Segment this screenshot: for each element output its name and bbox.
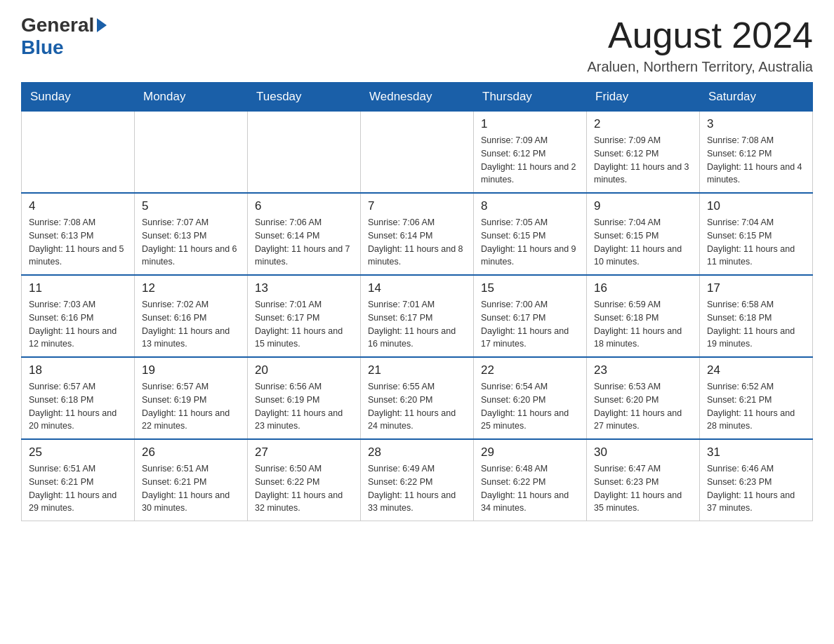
day-number: 4 xyxy=(29,199,127,213)
day-info: Sunrise: 7:02 AMSunset: 6:16 PMDaylight:… xyxy=(142,298,240,351)
day-info: Sunrise: 7:01 AMSunset: 6:17 PMDaylight:… xyxy=(368,298,466,351)
calendar-cell: 9Sunrise: 7:04 AMSunset: 6:15 PMDaylight… xyxy=(587,193,700,275)
calendar-cell: 30Sunrise: 6:47 AMSunset: 6:23 PMDayligh… xyxy=(587,439,700,521)
calendar-cell: 24Sunrise: 6:52 AMSunset: 6:21 PMDayligh… xyxy=(700,357,813,439)
calendar-cell: 25Sunrise: 6:51 AMSunset: 6:21 PMDayligh… xyxy=(22,439,135,521)
day-info: Sunrise: 7:03 AMSunset: 6:16 PMDaylight:… xyxy=(29,298,127,351)
day-info: Sunrise: 7:06 AMSunset: 6:14 PMDaylight:… xyxy=(368,216,466,269)
calendar-cell: 1Sunrise: 7:09 AMSunset: 6:12 PMDaylight… xyxy=(474,112,587,194)
calendar-cell: 28Sunrise: 6:49 AMSunset: 6:22 PMDayligh… xyxy=(361,439,474,521)
calendar-cell: 7Sunrise: 7:06 AMSunset: 6:14 PMDaylight… xyxy=(361,193,474,275)
day-number: 23 xyxy=(594,363,692,377)
week-row-4: 18Sunrise: 6:57 AMSunset: 6:18 PMDayligh… xyxy=(22,357,813,439)
day-info: Sunrise: 6:58 AMSunset: 6:18 PMDaylight:… xyxy=(707,298,805,351)
day-number: 25 xyxy=(29,445,127,459)
calendar-title: August 2024 xyxy=(587,14,813,56)
calendar-cell: 10Sunrise: 7:04 AMSunset: 6:15 PMDayligh… xyxy=(700,193,813,275)
calendar-cell: 16Sunrise: 6:59 AMSunset: 6:18 PMDayligh… xyxy=(587,275,700,357)
day-number: 6 xyxy=(255,199,353,213)
day-number: 11 xyxy=(29,281,127,295)
calendar-cell: 15Sunrise: 7:00 AMSunset: 6:17 PMDayligh… xyxy=(474,275,587,357)
calendar-cell xyxy=(22,112,135,194)
day-info: Sunrise: 6:57 AMSunset: 6:18 PMDaylight:… xyxy=(29,380,127,433)
day-number: 12 xyxy=(142,281,240,295)
title-section: August 2024 Araluen, Northern Territory,… xyxy=(587,14,813,75)
day-number: 30 xyxy=(594,445,692,459)
day-number: 18 xyxy=(29,363,127,377)
logo-arrow-icon xyxy=(97,18,107,32)
week-row-2: 4Sunrise: 7:08 AMSunset: 6:13 PMDaylight… xyxy=(22,193,813,275)
day-info: Sunrise: 7:07 AMSunset: 6:13 PMDaylight:… xyxy=(142,216,240,269)
logo-blue-text: Blue xyxy=(21,36,64,59)
day-info: Sunrise: 6:56 AMSunset: 6:19 PMDaylight:… xyxy=(255,380,353,433)
day-number: 8 xyxy=(481,199,579,213)
col-header-monday: Monday xyxy=(135,83,248,112)
calendar-cell xyxy=(135,112,248,194)
day-number: 21 xyxy=(368,363,466,377)
day-info: Sunrise: 6:52 AMSunset: 6:21 PMDaylight:… xyxy=(707,380,805,433)
page-header: General Blue August 2024 Araluen, Northe… xyxy=(21,14,813,75)
day-number: 9 xyxy=(594,199,692,213)
calendar-cell: 11Sunrise: 7:03 AMSunset: 6:16 PMDayligh… xyxy=(22,275,135,357)
day-info: Sunrise: 6:57 AMSunset: 6:19 PMDaylight:… xyxy=(142,380,240,433)
calendar-cell: 27Sunrise: 6:50 AMSunset: 6:22 PMDayligh… xyxy=(248,439,361,521)
week-row-3: 11Sunrise: 7:03 AMSunset: 6:16 PMDayligh… xyxy=(22,275,813,357)
day-info: Sunrise: 7:04 AMSunset: 6:15 PMDaylight:… xyxy=(594,216,692,269)
day-number: 5 xyxy=(142,199,240,213)
day-number: 13 xyxy=(255,281,353,295)
logo-general-text: General xyxy=(21,14,94,36)
col-header-tuesday: Tuesday xyxy=(248,83,361,112)
calendar-cell: 22Sunrise: 6:54 AMSunset: 6:20 PMDayligh… xyxy=(474,357,587,439)
calendar-cell: 17Sunrise: 6:58 AMSunset: 6:18 PMDayligh… xyxy=(700,275,813,357)
day-number: 19 xyxy=(142,363,240,377)
day-number: 16 xyxy=(594,281,692,295)
day-info: Sunrise: 7:08 AMSunset: 6:12 PMDaylight:… xyxy=(707,134,805,187)
day-info: Sunrise: 7:05 AMSunset: 6:15 PMDaylight:… xyxy=(481,216,579,269)
day-number: 7 xyxy=(368,199,466,213)
day-number: 24 xyxy=(707,363,805,377)
day-number: 17 xyxy=(707,281,805,295)
day-info: Sunrise: 7:00 AMSunset: 6:17 PMDaylight:… xyxy=(481,298,579,351)
calendar-cell: 2Sunrise: 7:09 AMSunset: 6:12 PMDaylight… xyxy=(587,112,700,194)
day-number: 27 xyxy=(255,445,353,459)
calendar-table: SundayMondayTuesdayWednesdayThursdayFrid… xyxy=(21,82,813,521)
week-row-5: 25Sunrise: 6:51 AMSunset: 6:21 PMDayligh… xyxy=(22,439,813,521)
day-info: Sunrise: 6:51 AMSunset: 6:21 PMDaylight:… xyxy=(142,462,240,515)
logo: General Blue xyxy=(21,14,110,59)
calendar-cell: 5Sunrise: 7:07 AMSunset: 6:13 PMDaylight… xyxy=(135,193,248,275)
day-number: 22 xyxy=(481,363,579,377)
col-header-friday: Friday xyxy=(587,83,700,112)
day-number: 3 xyxy=(707,117,805,131)
calendar-cell: 14Sunrise: 7:01 AMSunset: 6:17 PMDayligh… xyxy=(361,275,474,357)
col-header-sunday: Sunday xyxy=(22,83,135,112)
calendar-cell: 29Sunrise: 6:48 AMSunset: 6:22 PMDayligh… xyxy=(474,439,587,521)
day-number: 15 xyxy=(481,281,579,295)
calendar-cell: 21Sunrise: 6:55 AMSunset: 6:20 PMDayligh… xyxy=(361,357,474,439)
day-info: Sunrise: 6:49 AMSunset: 6:22 PMDaylight:… xyxy=(368,462,466,515)
col-header-thursday: Thursday xyxy=(474,83,587,112)
calendar-cell: 31Sunrise: 6:46 AMSunset: 6:23 PMDayligh… xyxy=(700,439,813,521)
calendar-cell: 3Sunrise: 7:08 AMSunset: 6:12 PMDaylight… xyxy=(700,112,813,194)
header-row: SundayMondayTuesdayWednesdayThursdayFrid… xyxy=(22,83,813,112)
calendar-cell: 23Sunrise: 6:53 AMSunset: 6:20 PMDayligh… xyxy=(587,357,700,439)
calendar-subtitle: Araluen, Northern Territory, Australia xyxy=(587,59,813,75)
day-info: Sunrise: 7:09 AMSunset: 6:12 PMDaylight:… xyxy=(481,134,579,187)
calendar-cell: 12Sunrise: 7:02 AMSunset: 6:16 PMDayligh… xyxy=(135,275,248,357)
day-info: Sunrise: 6:51 AMSunset: 6:21 PMDaylight:… xyxy=(29,462,127,515)
day-number: 2 xyxy=(594,117,692,131)
day-info: Sunrise: 6:48 AMSunset: 6:22 PMDaylight:… xyxy=(481,462,579,515)
day-info: Sunrise: 7:06 AMSunset: 6:14 PMDaylight:… xyxy=(255,216,353,269)
day-info: Sunrise: 6:46 AMSunset: 6:23 PMDaylight:… xyxy=(707,462,805,515)
calendar-cell: 8Sunrise: 7:05 AMSunset: 6:15 PMDaylight… xyxy=(474,193,587,275)
day-number: 20 xyxy=(255,363,353,377)
day-number: 31 xyxy=(707,445,805,459)
calendar-cell: 26Sunrise: 6:51 AMSunset: 6:21 PMDayligh… xyxy=(135,439,248,521)
calendar-cell: 19Sunrise: 6:57 AMSunset: 6:19 PMDayligh… xyxy=(135,357,248,439)
day-number: 29 xyxy=(481,445,579,459)
day-info: Sunrise: 6:50 AMSunset: 6:22 PMDaylight:… xyxy=(255,462,353,515)
calendar-cell: 13Sunrise: 7:01 AMSunset: 6:17 PMDayligh… xyxy=(248,275,361,357)
day-info: Sunrise: 6:54 AMSunset: 6:20 PMDaylight:… xyxy=(481,380,579,433)
day-info: Sunrise: 6:59 AMSunset: 6:18 PMDaylight:… xyxy=(594,298,692,351)
week-row-1: 1Sunrise: 7:09 AMSunset: 6:12 PMDaylight… xyxy=(22,112,813,194)
col-header-wednesday: Wednesday xyxy=(361,83,474,112)
